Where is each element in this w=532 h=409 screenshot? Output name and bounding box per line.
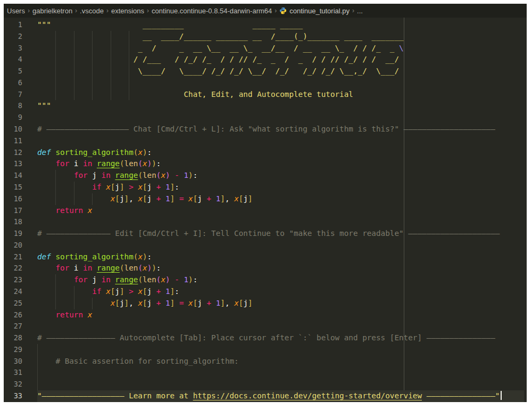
- line-number: 15: [4, 182, 22, 193]
- code-line[interactable]: 6: [4, 77, 527, 89]
- code-line[interactable]: 20: [4, 240, 527, 251]
- code-line[interactable]: 3 _ / _ __ \__ __ \_ __/__ / __ __ \_ / …: [4, 43, 527, 54]
- code-line[interactable]: 18: [4, 216, 527, 228]
- breadcrumb-separator: ›: [28, 7, 30, 14]
- python-icon: [279, 7, 287, 14]
- code-line[interactable]: 10# —————————————————— Chat [Cmd/Ctrl + …: [4, 124, 527, 135]
- code-line-content: [37, 216, 527, 228]
- code-line[interactable]: 17 return x: [4, 205, 527, 217]
- code-line[interactable]: 15 if x[j] > x[j + 1]:: [4, 182, 527, 193]
- code-line[interactable]: 16 x[j], x[j + 1] = x[j + 1], x[j]: [4, 193, 527, 205]
- code-line[interactable]: 12def sorting_algorithm(x):: [4, 147, 527, 159]
- indent-guide: [74, 31, 74, 43]
- code-token: [102, 287, 106, 296]
- code-line[interactable]: 19# —————————————— Edit [Cmd/Ctrl + I]: …: [4, 228, 527, 240]
- code-line[interactable]: 21def sorting_algorithm(x):: [4, 251, 527, 263]
- breadcrumb-item[interactable]: .vscode: [80, 7, 104, 15]
- line-number: 21: [4, 251, 22, 263]
- code-token: j: [115, 183, 120, 191]
- code-token: [161, 194, 165, 203]
- code-line[interactable]: 13 for i in range(len(x)):: [4, 158, 527, 170]
- code-token: (: [138, 171, 143, 179]
- code-token: j: [88, 171, 102, 179]
- code-line[interactable]: 32: [4, 379, 527, 390]
- indent-guide: [92, 298, 93, 309]
- code-token: [170, 275, 175, 284]
- line-number: 18: [4, 216, 22, 228]
- code-lines: 1""" _________ _____ _____2 __ ____/____…: [4, 19, 527, 402]
- code-line[interactable]: 23 for j in range(len(x) - 1):: [4, 274, 527, 286]
- code-token: ]: [120, 287, 124, 296]
- code-token: x: [138, 148, 143, 157]
- code-line[interactable]: 14 for j in range(len(x) - 1):: [4, 170, 527, 182]
- code-line-content: def sorting_algorithm(x):: [37, 147, 527, 159]
- editor[interactable]: 1""" _________ _____ _____2 __ ____/____…: [4, 18, 527, 402]
- code-token: j: [120, 299, 124, 307]
- code-token: x: [143, 159, 147, 168]
- code-line[interactable]: 5 \____/ \____/ /_/ /_/ \__/ /_/ /_/ /_/…: [4, 66, 527, 77]
- code-token: 1: [165, 194, 170, 203]
- code-token: [37, 206, 55, 215]
- code-line[interactable]: 11: [4, 135, 527, 147]
- code-token: "—————————————————— Learn more at: [37, 391, 193, 400]
- line-number: 10: [4, 124, 22, 135]
- code-token: -: [174, 275, 179, 284]
- code-token: ): [188, 275, 193, 284]
- code-token: in: [83, 159, 92, 168]
- code-token: :: [147, 252, 152, 261]
- code-line[interactable]: 30 # Basic assertion for sorting_algorit…: [4, 356, 527, 367]
- indent-guide: [74, 298, 74, 309]
- code-token: x: [106, 287, 111, 296]
- line-number: 27: [4, 321, 22, 332]
- code-token: [124, 183, 129, 191]
- code-token: j: [197, 194, 206, 203]
- indent-guide: [55, 43, 56, 54]
- code-line[interactable]: 8""": [4, 100, 527, 112]
- line-number: 31: [4, 367, 22, 379]
- code-line[interactable]: 22 for i in range(len(x)):: [4, 263, 527, 274]
- code-token: ,: [225, 194, 234, 203]
- line-number: 28: [4, 332, 22, 344]
- code-line[interactable]: 24 if x[j] > x[j + 1]:: [4, 286, 527, 298]
- breadcrumb-item[interactable]: continue.continue-0.8.54-darwin-arm64: [152, 7, 272, 15]
- code-token: ): [143, 252, 147, 261]
- indent-guide: [55, 77, 56, 89]
- code-line-content: [37, 379, 527, 390]
- code-line[interactable]: 27: [4, 321, 527, 332]
- line-number: 3: [4, 43, 22, 54]
- code-line[interactable]: 1""" _________ _____ _____: [4, 19, 527, 31]
- breadcrumb-item[interactable]: gabrielketron: [32, 7, 72, 15]
- code-token: range: [97, 159, 120, 168]
- breadcrumb-item[interactable]: Users: [7, 7, 25, 15]
- code-token: x: [234, 299, 239, 307]
- code-token: / /___ / /_/ /_ / / // /_ _ / _ / / // /…: [37, 55, 399, 63]
- indent-guide: [129, 89, 129, 101]
- text-cursor: [501, 391, 502, 400]
- code-line[interactable]: 29: [4, 344, 527, 356]
- breadcrumb-filename[interactable]: continue_tutorial.py: [289, 7, 350, 15]
- indent-guide: [74, 66, 74, 77]
- code-line[interactable]: 9: [4, 112, 527, 124]
- code-token: [37, 183, 92, 191]
- indent-guide: [55, 54, 56, 66]
- breadcrumb[interactable]: Users›gabrielketron›.vscode›extensions›c…: [4, 4, 527, 18]
- code-line[interactable]: 4 / /___ / /_/ /_ / / // /_ _ / _ / / //…: [4, 54, 527, 66]
- code-token: (: [138, 275, 143, 284]
- line-number: 14: [4, 170, 22, 182]
- breadcrumb-tail[interactable]: ...: [357, 7, 363, 15]
- code-line[interactable]: 31: [4, 367, 527, 379]
- code-line[interactable]: 26 return x: [4, 309, 527, 321]
- code-line[interactable]: 28# ——————————————— Autocomplete [Tab]: …: [4, 332, 527, 344]
- code-line[interactable]: 33"—————————————————— Learn more at http…: [4, 390, 527, 402]
- code-token: j: [115, 287, 120, 296]
- indent-guide: [111, 31, 111, 43]
- code-line[interactable]: 7 Chat, Edit, and Autocomplete tutorial: [4, 89, 527, 101]
- screenshot-root: { "breadcrumb": { "separator": "›", "ite…: [0, 0, 532, 409]
- code-token: j: [243, 299, 248, 307]
- code-line[interactable]: 25 x[j], x[j + 1] = x[j + 1], x[j]: [4, 298, 527, 309]
- indent-guide: [55, 182, 56, 193]
- code-token: ): [147, 264, 152, 272]
- breadcrumb-item[interactable]: extensions: [111, 7, 144, 15]
- indent-guide: [55, 274, 56, 286]
- code-line[interactable]: 2 __ ____/______ _______ __ /____(_)____…: [4, 31, 527, 43]
